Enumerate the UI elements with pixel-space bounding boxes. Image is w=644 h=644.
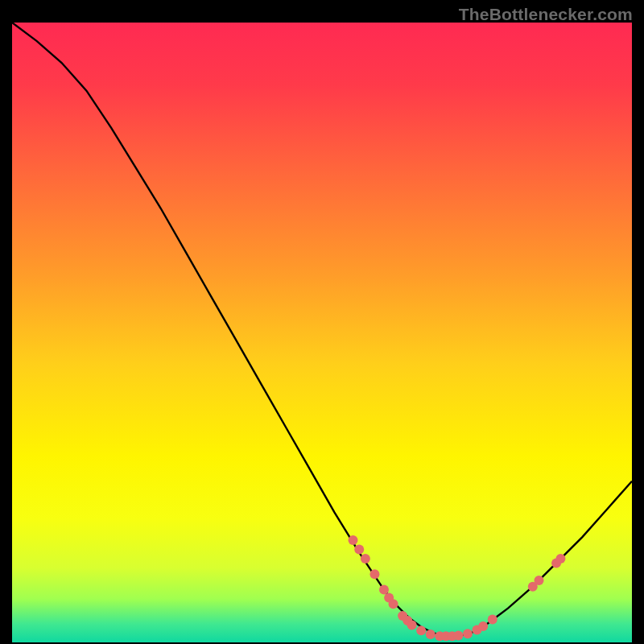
- data-marker: [488, 615, 497, 625]
- data-marker: [389, 599, 398, 609]
- svg-rect-0: [12, 23, 632, 642]
- data-marker: [354, 545, 364, 555]
- chart-frame: [12, 23, 632, 642]
- data-marker: [416, 625, 426, 635]
- data-marker: [379, 585, 389, 595]
- data-marker: [349, 535, 358, 545]
- bottleneck-chart: [12, 23, 632, 642]
- data-marker: [453, 631, 463, 641]
- data-marker: [463, 629, 473, 638]
- data-marker: [407, 620, 417, 630]
- data-marker: [369, 569, 379, 579]
- data-marker: [555, 554, 565, 564]
- data-marker: [426, 630, 436, 639]
- data-marker: [535, 576, 544, 585]
- data-marker: [361, 554, 370, 564]
- watermark: TheBottlenecker.com: [459, 5, 633, 24]
- data-marker: [478, 621, 488, 631]
